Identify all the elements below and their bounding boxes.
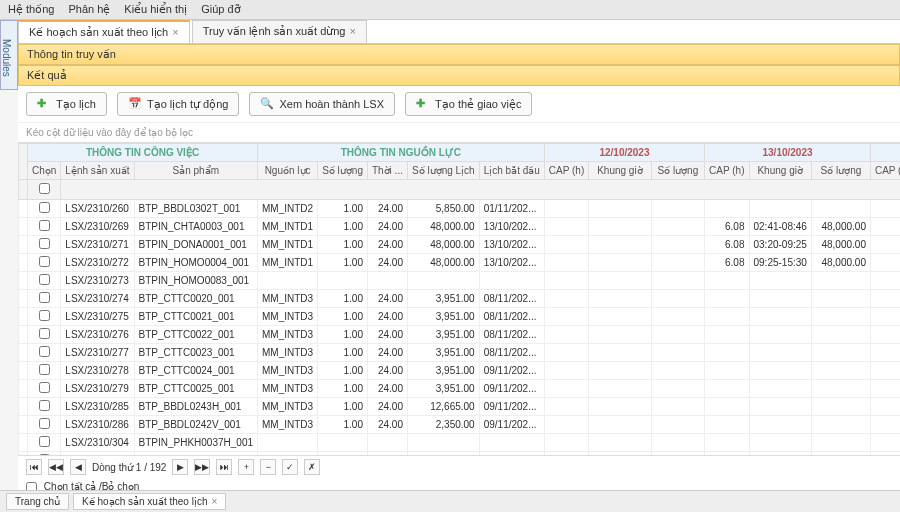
- col-d1-sl[interactable]: Số lượng: [651, 162, 705, 180]
- btab-home[interactable]: Trang chủ: [6, 493, 69, 510]
- close-icon[interactable]: ×: [350, 25, 356, 37]
- top-tabs: Kế hoạch sản xuất theo lịch× Truy vấn lệ…: [18, 20, 900, 44]
- pager-del[interactable]: −: [260, 459, 276, 475]
- create-button[interactable]: ✚Tạo lịch: [26, 92, 107, 116]
- close-icon[interactable]: ×: [212, 496, 218, 507]
- col-d1-cap[interactable]: CAP (h): [544, 162, 588, 180]
- toolbar: ✚Tạo lịch 📅Tạo lịch tự động 🔍Xem hoàn th…: [18, 86, 900, 123]
- table-row[interactable]: LSX/2310/304BTPIN_PHKH0037H_001: [19, 434, 901, 452]
- plus-icon: ✚: [416, 97, 430, 111]
- col-nl[interactable]: Nguồn lực: [258, 162, 318, 180]
- row-checkbox[interactable]: [39, 328, 50, 339]
- pager-last[interactable]: ⏭: [216, 459, 232, 475]
- row-checkbox[interactable]: [39, 202, 50, 213]
- col-slLich[interactable]: Số lượng Lịch: [407, 162, 479, 180]
- menu-module[interactable]: Phân hệ: [68, 3, 110, 16]
- col-d2-cap[interactable]: CAP (h): [705, 162, 749, 180]
- col-group-d2: 13/10/2023: [705, 144, 871, 162]
- row-checkbox[interactable]: [39, 256, 50, 267]
- menu-help[interactable]: Giúp đỡ: [201, 3, 240, 16]
- sidebar-modules[interactable]: Modules: [0, 20, 18, 90]
- bottom-tabs: Trang chủ Kế hoạch sản xuất theo lịch×: [0, 490, 900, 512]
- pager-prev[interactable]: ◀: [70, 459, 86, 475]
- table-row[interactable]: LSX/2310/285BTP_BBDL0243H_001MM_INTD31.0…: [19, 398, 901, 416]
- pager-next[interactable]: ▶: [172, 459, 188, 475]
- tab-query-stop[interactable]: Truy vấn lệnh sản xuất dừng×: [192, 20, 367, 43]
- pager-prev-page[interactable]: ◀◀: [48, 459, 64, 475]
- tab-schedule[interactable]: Kế hoạch sản xuất theo lịch×: [18, 20, 190, 43]
- row-checkbox[interactable]: [39, 292, 50, 303]
- menubar: Hệ thống Phân hệ Kiểu hiển thị Giúp đỡ: [0, 0, 900, 20]
- table-row[interactable]: LSX/2310/274BTP_CTTC0020_001MM_INTD31.00…: [19, 290, 901, 308]
- table-row[interactable]: LSX/2310/276BTP_CTTC0022_001MM_INTD31.00…: [19, 326, 901, 344]
- row-checkbox[interactable]: [39, 418, 50, 429]
- table-row[interactable]: LSX/2310/277BTP_CTTC0023_001MM_INTD31.00…: [19, 344, 901, 362]
- col-group-d3: 15/10/2023: [870, 144, 900, 162]
- table-row[interactable]: LSX/2310/275BTP_CTTC0021_001MM_INTD31.00…: [19, 308, 901, 326]
- panel-query-header[interactable]: Thông tin truy vấn: [18, 44, 900, 65]
- data-grid[interactable]: THÔNG TIN CÔNG VIỆC THÔNG TIN NGUỒN LỰC …: [18, 142, 900, 455]
- pager-ok[interactable]: ✓: [282, 459, 298, 475]
- table-row[interactable]: LSX/2310/269BTPIN_CHTA0003_001MM_INTD11.…: [19, 218, 901, 236]
- row-checkbox[interactable]: [39, 364, 50, 375]
- table-row[interactable]: LSX/2310/279BTP_CTTC0025_001MM_INTD31.00…: [19, 380, 901, 398]
- row-checkbox[interactable]: [39, 238, 50, 249]
- col-lbd[interactable]: Lịch bắt đầu: [479, 162, 544, 180]
- close-icon[interactable]: ×: [172, 26, 178, 38]
- col-d2-kg[interactable]: Khung giờ: [749, 162, 811, 180]
- row-checkbox[interactable]: [39, 274, 50, 285]
- view-button[interactable]: 🔍Xem hoàn thành LSX: [249, 92, 395, 116]
- row-checkbox[interactable]: [39, 436, 50, 447]
- col-chon[interactable]: Chọn: [28, 162, 61, 180]
- auto-button[interactable]: 📅Tạo lịch tự động: [117, 92, 239, 116]
- filter-check[interactable]: [39, 183, 50, 194]
- calendar-icon: 📅: [128, 97, 142, 111]
- col-d1-kg[interactable]: Khung giờ: [589, 162, 651, 180]
- col-lsx[interactable]: Lệnh sản xuất: [61, 162, 134, 180]
- group-hint: Kéo cột dữ liệu vào đây để tạo bộ lọc: [18, 123, 900, 142]
- col-sl[interactable]: Số lượng: [318, 162, 368, 180]
- pager-next-page[interactable]: ▶▶: [194, 459, 210, 475]
- row-checkbox[interactable]: [39, 400, 50, 411]
- pager-add[interactable]: +: [238, 459, 254, 475]
- row-checkbox[interactable]: [39, 382, 50, 393]
- table-row[interactable]: LSX/2310/271BTPIN_DONA0001_001MM_INTD11.…: [19, 236, 901, 254]
- col-group-work: THÔNG TIN CÔNG VIỆC: [28, 144, 258, 162]
- table-row[interactable]: LSX/2310/286BTP_BBDL0242V_001MM_INTD31.0…: [19, 416, 901, 434]
- search-icon: 🔍: [260, 97, 274, 111]
- btab-schedule[interactable]: Kế hoạch sản xuất theo lịch×: [73, 493, 226, 510]
- table-row[interactable]: LSX/2310/273BTPIN_HOMO0083_001: [19, 272, 901, 290]
- panel-result-header[interactable]: Kết quả: [18, 65, 900, 86]
- menu-system[interactable]: Hệ thống: [8, 3, 54, 16]
- col-d3-cap[interactable]: CAP (h): [870, 162, 900, 180]
- job-button[interactable]: ✚Tạo thẻ giao việc: [405, 92, 532, 116]
- pager-text: Dòng thứ 1 / 192: [92, 462, 166, 473]
- menu-view[interactable]: Kiểu hiển thị: [124, 3, 187, 16]
- table-row[interactable]: LSX/2310/260BTP_BBDL0302T_001MM_INTD21.0…: [19, 200, 901, 218]
- pager-first[interactable]: ⏮: [26, 459, 42, 475]
- row-checkbox[interactable]: [39, 310, 50, 321]
- col-group-resource: THÔNG TIN NGUỒN LỰC: [258, 144, 545, 162]
- col-group-d1: 12/10/2023: [544, 144, 704, 162]
- col-sp[interactable]: Sản phẩm: [134, 162, 258, 180]
- table-row[interactable]: LSX/2310/278BTP_CTTC0024_001MM_INTD31.00…: [19, 362, 901, 380]
- row-checkbox[interactable]: [39, 346, 50, 357]
- col-tg[interactable]: Thời ...: [367, 162, 407, 180]
- plus-icon: ✚: [37, 97, 51, 111]
- pager-cancel[interactable]: ✗: [304, 459, 320, 475]
- col-d2-sl[interactable]: Số lượng: [811, 162, 870, 180]
- table-row[interactable]: LSX/2310/272BTPIN_HOMO0004_001MM_INTD11.…: [19, 254, 901, 272]
- pager: ⏮ ◀◀ ◀ Dòng thứ 1 / 192 ▶ ▶▶ ⏭ + − ✓ ✗: [18, 455, 900, 478]
- row-checkbox[interactable]: [39, 220, 50, 231]
